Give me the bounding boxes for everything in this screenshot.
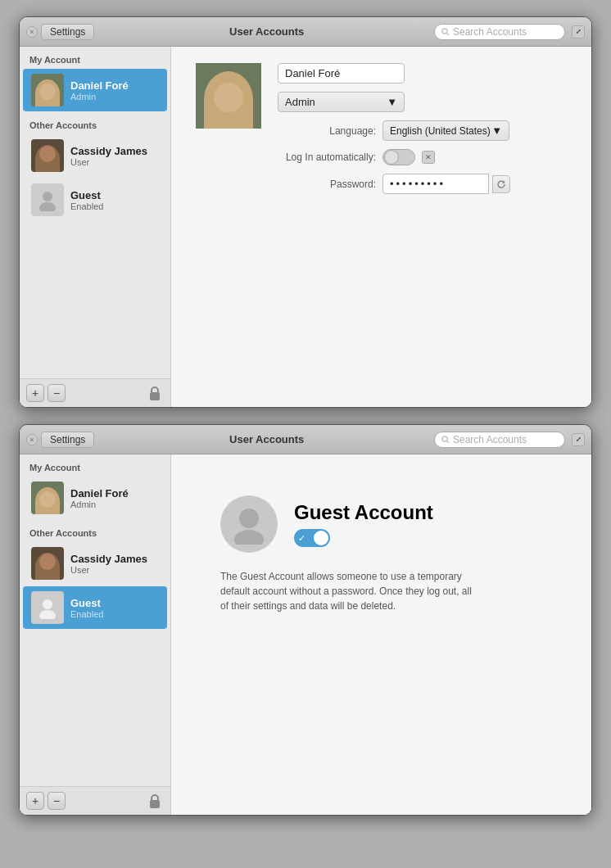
guest-title: Guest Account [294,501,433,524]
add-account-button-2[interactable]: + [26,792,44,810]
cassidy-sub-2: User [70,565,147,575]
toggle-x-button[interactable]: ✕ [422,151,435,164]
expand-button-1[interactable]: ⤢ [572,25,585,38]
daniel-sub-2: Admin [70,500,129,509]
sidebar-item-cassidy-2[interactable]: Cassidy James User [23,542,167,585]
search-icon-1 [441,28,450,36]
guest-header: Guest Account ✓ [220,495,542,553]
cassidy-info-2: Cassidy James User [70,553,147,575]
daniel-info-1: Daniel Foré Admin [70,79,129,102]
back-button-2[interactable]: Settings [41,432,94,448]
password-row: Password: [278,174,567,194]
login-toggle[interactable] [382,149,415,165]
daniel-name-2: Daniel Foré [70,487,129,500]
sidebar-footer-2: + − [20,786,170,815]
toggle-check-mark: ✓ [298,533,306,544]
search-box-1[interactable]: Search Accounts [434,24,565,40]
search-box-2[interactable]: Search Accounts [434,432,565,448]
guest-description: The Guest Account allows someone to use … [220,569,482,613]
remove-account-button-2[interactable]: − [48,792,66,810]
window-body-2: My Account Daniel Foré Admin Other Accou… [20,454,591,815]
window-title-2: User Accounts [99,433,434,445]
lock-svg-1 [148,386,161,400]
cassidy-name-1: Cassidy James [70,145,147,157]
window-title-1: User Accounts [99,25,434,38]
daniel-name-1: Daniel Foré [70,79,129,92]
role-dropdown[interactable]: Admin ▼ [278,92,405,112]
form-fields-1: Admin ▼ Language: English (United States… [278,63,567,202]
close-button-2[interactable]: × [26,434,38,445]
titlebar-2: × Settings User Accounts Search Accounts… [20,425,591,454]
window-body-1: My Account Daniel Foré Admin Other Accou… [20,47,591,407]
search-placeholder-1: Search Accounts [453,26,527,38]
role-value: Admin [285,96,315,108]
sidebar-item-cassidy-1[interactable]: Cassidy James User [23,134,167,177]
guest-person-icon [229,504,269,545]
my-account-label-1: My Account [20,47,170,68]
password-label: Password: [278,179,376,190]
language-dropdown[interactable]: English (United States) ▼ [382,120,509,141]
expand-button-2[interactable]: ⤢ [572,433,585,446]
guest-content: Guest Account ✓ The Guest Account allows… [196,471,567,638]
sidebar-item-daniel-1[interactable]: Daniel Foré Admin [23,69,167,111]
language-label: Language: [278,125,376,137]
profile-area-1: Admin ▼ Language: English (United States… [196,63,567,202]
window-1: × Settings User Accounts Search Accounts… [19,16,592,408]
remove-account-button-1[interactable]: − [48,384,66,402]
svg-rect-4 [150,392,160,400]
cassidy-avatar-2 [31,547,64,580]
guest-large-avatar [220,495,278,553]
guest-avatar-1 [31,183,64,216]
person-icon-2 [36,596,59,619]
cassidy-info-1: Cassidy James User [70,145,147,167]
svg-line-6 [447,441,450,443]
password-input[interactable] [382,174,489,194]
daniel-photo-large [196,63,261,129]
sidebar-item-guest-1[interactable]: Guest Enabled [23,179,167,221]
svg-point-2 [43,192,52,201]
sidebar-1: My Account Daniel Foré Admin Other Accou… [20,47,171,407]
sidebar-footer-1: + − [20,378,170,407]
svg-point-11 [234,530,264,545]
daniel-avatar-1 [31,74,64,106]
add-account-button-1[interactable]: + [26,384,44,402]
my-account-label-2: My Account [20,454,170,476]
titlebar-1: × Settings User Accounts Search Accounts… [20,17,591,47]
language-arrow: ▼ [491,124,502,137]
language-field-row: Language: English (United States) ▼ [278,120,567,141]
refresh-svg [496,179,506,189]
close-button-1[interactable]: × [26,26,38,38]
back-button-1[interactable]: Settings [41,24,94,40]
cassidy-avatar-1 [31,139,64,172]
guest-name-2: Guest [70,597,103,609]
guest-avatar-2 [31,591,64,624]
language-value: English (United States) [390,125,491,137]
guest-enable-toggle[interactable]: ✓ [294,529,330,547]
svg-point-7 [43,599,52,609]
other-accounts-label-2: Other Accounts [20,520,170,541]
main-panel-2: Guest Account ✓ The Guest Account allows… [171,454,591,815]
sidebar-2: My Account Daniel Foré Admin Other Accou… [20,454,171,815]
daniel-info-2: Daniel Foré Admin [70,487,129,509]
svg-point-0 [442,29,447,34]
guest-info-1: Guest Enabled [70,189,103,211]
password-refresh-icon[interactable] [492,175,510,193]
login-label: Log In automatically: [278,151,376,163]
sidebar-item-guest-2[interactable]: Guest Enabled [23,586,167,629]
sidebar-item-daniel-2[interactable]: Daniel Foré Admin [23,477,167,519]
window-2: × Settings User Accounts Search Accounts… [19,424,592,816]
lock-icon-1[interactable] [146,384,164,402]
name-input[interactable] [278,63,405,84]
login-auto-row: Log In automatically: ✕ [278,149,567,165]
toggle-blue-knob [314,531,328,545]
svg-point-5 [442,436,447,441]
main-panel-1: Admin ▼ Language: English (United States… [171,47,591,407]
guest-toggle-area: ✓ [294,529,433,547]
lock-icon-2[interactable] [146,792,164,810]
daniel-sub-1: Admin [70,92,129,102]
dropdown-arrow: ▼ [387,96,397,108]
svg-point-8 [39,610,56,619]
search-placeholder-2: Search Accounts [453,434,527,445]
daniel-avatar-2 [31,481,64,514]
guest-title-area: Guest Account ✓ [294,501,433,547]
